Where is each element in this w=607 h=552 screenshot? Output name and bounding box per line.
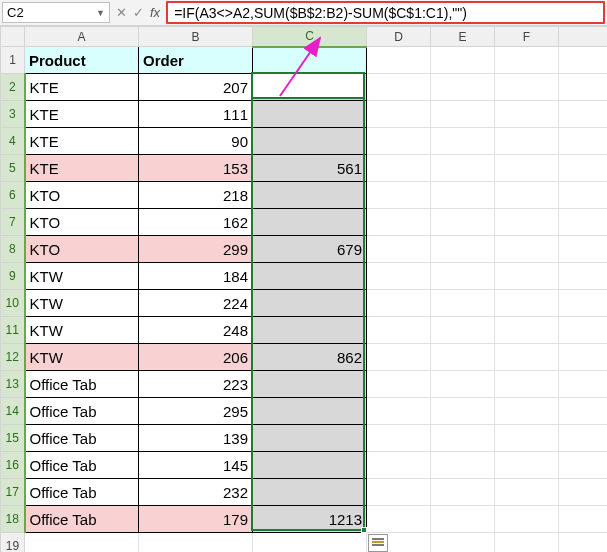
cell-blank[interactable]: [367, 371, 431, 398]
cell-C9[interactable]: [253, 263, 367, 290]
row-header-13[interactable]: 13: [1, 371, 25, 398]
cell-blank[interactable]: [367, 317, 431, 344]
cell-blank[interactable]: [367, 101, 431, 128]
cell-blank[interactable]: [495, 74, 559, 101]
cell-B6[interactable]: 218: [139, 182, 253, 209]
cell-C15[interactable]: [253, 425, 367, 452]
cell-blank[interactable]: [367, 344, 431, 371]
cell-C18[interactable]: 1213: [253, 506, 367, 533]
cell-blank[interactable]: [367, 479, 431, 506]
row-header-16[interactable]: 16: [1, 452, 25, 479]
col-header-A[interactable]: A: [25, 27, 139, 47]
cell-blank[interactable]: [367, 47, 431, 74]
cell-blank[interactable]: [431, 101, 495, 128]
cell-blank[interactable]: [559, 155, 608, 182]
cell-B14[interactable]: 295: [139, 398, 253, 425]
cell-blank[interactable]: [559, 74, 608, 101]
cell-B2[interactable]: 207: [139, 74, 253, 101]
cell-blank[interactable]: [431, 425, 495, 452]
cell-A7[interactable]: KTO: [25, 209, 139, 236]
cell-blank[interactable]: [367, 506, 431, 533]
cell-C3[interactable]: [253, 101, 367, 128]
cell-B15[interactable]: 139: [139, 425, 253, 452]
cell-blank[interactable]: [431, 479, 495, 506]
cell-blank[interactable]: [431, 344, 495, 371]
cell-B10[interactable]: 224: [139, 290, 253, 317]
row-header-12[interactable]: 12: [1, 344, 25, 371]
cell-blank[interactable]: [495, 101, 559, 128]
cell-blank[interactable]: [559, 398, 608, 425]
row-header-4[interactable]: 4: [1, 128, 25, 155]
cell-A16[interactable]: Office Tab: [25, 452, 139, 479]
cell-blank[interactable]: [495, 371, 559, 398]
cell-A11[interactable]: KTW: [25, 317, 139, 344]
cell-blank[interactable]: [559, 479, 608, 506]
select-all-corner[interactable]: [1, 27, 25, 47]
cell-blank[interactable]: [431, 398, 495, 425]
row-header-10[interactable]: 10: [1, 290, 25, 317]
row-header-15[interactable]: 15: [1, 425, 25, 452]
formula-input[interactable]: [174, 5, 597, 21]
cell-blank[interactable]: [559, 47, 608, 74]
cell-A6[interactable]: KTO: [25, 182, 139, 209]
cell-B11[interactable]: 248: [139, 317, 253, 344]
cell-B12[interactable]: 206: [139, 344, 253, 371]
cell-C2[interactable]: [253, 74, 367, 101]
cell-blank[interactable]: [495, 209, 559, 236]
col-header-C[interactable]: C: [253, 27, 367, 47]
cell-blank[interactable]: [431, 317, 495, 344]
row-header-19[interactable]: 19: [1, 533, 25, 553]
cell-B18[interactable]: 179: [139, 506, 253, 533]
worksheet[interactable]: A B C D E F 1ProductOrder2KTE2073KTE1114…: [0, 26, 607, 552]
cell-C8[interactable]: 679: [253, 236, 367, 263]
cell-blank[interactable]: [559, 317, 608, 344]
cell-blank[interactable]: [253, 533, 367, 553]
col-header-D[interactable]: D: [367, 27, 431, 47]
cell-blank[interactable]: [367, 425, 431, 452]
quick-analysis-icon[interactable]: [368, 534, 388, 552]
row-header-8[interactable]: 8: [1, 236, 25, 263]
cell-B13[interactable]: 223: [139, 371, 253, 398]
col-header-E[interactable]: E: [431, 27, 495, 47]
cell-blank[interactable]: [559, 101, 608, 128]
cell-blank[interactable]: [559, 425, 608, 452]
cell-blank[interactable]: [495, 452, 559, 479]
cell-B5[interactable]: 153: [139, 155, 253, 182]
row-header-3[interactable]: 3: [1, 101, 25, 128]
cell-blank[interactable]: [367, 209, 431, 236]
cell-blank[interactable]: [367, 74, 431, 101]
col-header-F[interactable]: F: [495, 27, 559, 47]
cell-blank[interactable]: [495, 290, 559, 317]
row-header-18[interactable]: 18: [1, 506, 25, 533]
cell-blank[interactable]: [431, 128, 495, 155]
cell-blank[interactable]: [559, 533, 608, 553]
cell-blank[interactable]: [431, 209, 495, 236]
cell-blank[interactable]: [431, 452, 495, 479]
cell-blank[interactable]: [431, 533, 495, 553]
cell-blank[interactable]: [559, 344, 608, 371]
cell-blank[interactable]: [431, 47, 495, 74]
row-header-17[interactable]: 17: [1, 479, 25, 506]
cell-B1[interactable]: Order: [139, 47, 253, 74]
row-header-7[interactable]: 7: [1, 209, 25, 236]
cell-C7[interactable]: [253, 209, 367, 236]
cell-C5[interactable]: 561: [253, 155, 367, 182]
cell-blank[interactable]: [559, 371, 608, 398]
cell-blank[interactable]: [367, 182, 431, 209]
cell-B17[interactable]: 232: [139, 479, 253, 506]
cell-B4[interactable]: 90: [139, 128, 253, 155]
cell-C14[interactable]: [253, 398, 367, 425]
name-box-input[interactable]: [7, 5, 77, 20]
cell-blank[interactable]: [367, 398, 431, 425]
cell-blank[interactable]: [431, 155, 495, 182]
accept-formula-icon[interactable]: ✓: [133, 5, 144, 20]
cell-A3[interactable]: KTE: [25, 101, 139, 128]
insert-function-icon[interactable]: fx: [150, 5, 160, 20]
row-header-6[interactable]: 6: [1, 182, 25, 209]
cell-blank[interactable]: [367, 155, 431, 182]
row-header-2[interactable]: 2: [1, 74, 25, 101]
cell-C11[interactable]: [253, 317, 367, 344]
cell-blank[interactable]: [559, 209, 608, 236]
cell-blank[interactable]: [367, 236, 431, 263]
cell-blank[interactable]: [495, 128, 559, 155]
